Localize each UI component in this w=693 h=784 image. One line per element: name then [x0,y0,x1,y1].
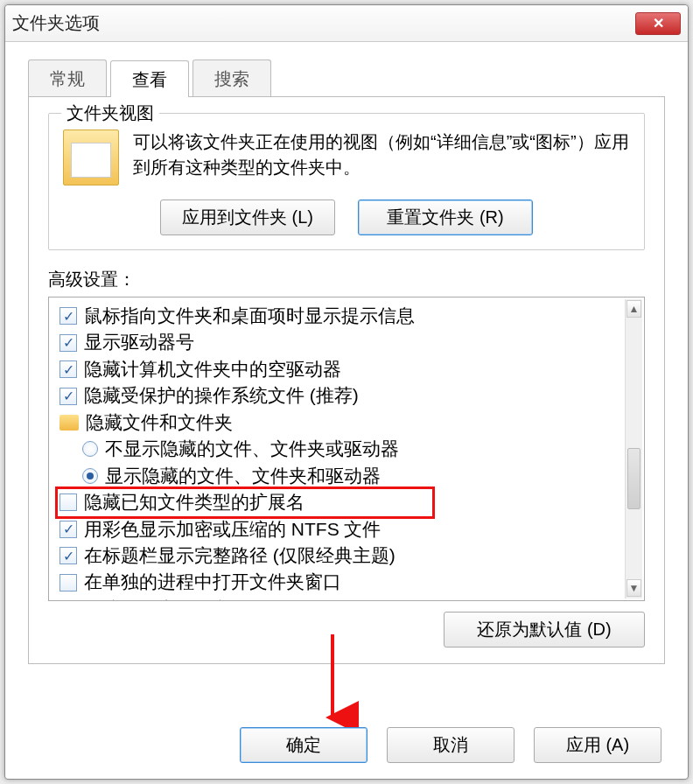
folder-view-legend: 文件夹视图 [61,102,159,125]
list-item[interactable]: 隐藏文件和文件夹 [60,410,640,436]
scroll-thumb[interactable] [627,448,640,509]
tab-strip: 常规 查看 搜索 [28,60,665,97]
list-item[interactable]: 显示隐藏的文件、文件夹和驱动器 [60,463,640,489]
list-item-label: 在缩略图上显示文件图标 [84,596,286,601]
apply-button[interactable]: 应用 (A) [534,727,662,763]
checkbox[interactable]: ✓ [60,547,77,564]
checkbox[interactable]: ✓ [60,521,77,538]
list-item[interactable]: ✓用彩色显示加密或压缩的 NTFS 文件 [60,516,640,542]
tab-panel-view: 文件夹视图 可以将该文件夹正在使用的视图（例如“详细信息”或“图标”）应用到所有… [28,97,665,664]
list-item-label: 用彩色显示加密或压缩的 NTFS 文件 [84,516,382,542]
checkbox[interactable]: ✓ [60,307,77,325]
list-item-label: 在标题栏显示完整路径 (仅限经典主题) [84,542,396,569]
folder-options-dialog: 文件夹选项 ✕ 常规 查看 搜索 文件夹视图 可以将该文件夹正在使用的视图（例如… [4,4,689,780]
list-item-label: 显示驱动器号 [84,329,194,355]
restore-defaults-button[interactable]: 还原为默认值 (D) [444,612,645,648]
list-item-label: 隐藏文件和文件夹 [86,410,233,436]
ok-button[interactable]: 确定 [240,727,368,763]
advanced-settings-list[interactable]: ✓鼠标指向文件夹和桌面项时显示提示信息✓显示驱动器号✓隐藏计算机文件夹中的空驱动… [48,297,645,601]
tab-view[interactable]: 查看 [110,60,189,97]
list-item-label: 隐藏计算机文件夹中的空驱动器 [84,356,341,382]
scroll-up-arrow[interactable]: ▲ [626,300,641,318]
list-item-label: 显示隐藏的文件、文件夹和驱动器 [105,463,381,489]
list-item[interactable]: ✓在缩略图上显示文件图标 [60,596,640,601]
list-item[interactable]: ✓在单独的进程中打开文件夹窗口 [60,569,640,595]
list-item[interactable]: ✓显示驱动器号 [60,329,640,355]
close-button[interactable]: ✕ [635,12,681,35]
list-item[interactable]: ✓鼠标指向文件夹和桌面项时显示提示信息 [60,303,640,329]
reset-folders-button[interactable]: 重置文件夹 (R) [358,200,533,235]
list-item[interactable]: ✓在标题栏显示完整路径 (仅限经典主题) [60,542,640,569]
list-item[interactable]: ✓隐藏受保护的操作系统文件 (推荐) [60,382,640,409]
checkbox[interactable]: ✓ [60,600,77,601]
list-item[interactable]: ✓隐藏计算机文件夹中的空驱动器 [60,356,640,382]
checkbox[interactable]: ✓ [60,360,77,378]
advanced-settings-label: 高级设置： [48,268,645,291]
checkbox[interactable]: ✓ [60,494,77,511]
folder-view-icon [63,130,119,186]
checkbox[interactable]: ✓ [60,574,77,592]
list-item[interactable]: ✓隐藏已知文件类型的扩展名 [60,489,640,515]
list-item-label: 隐藏已知文件类型的扩展名 [84,489,304,515]
list-item[interactable]: 不显示隐藏的文件、文件夹或驱动器 [60,436,640,462]
list-item-label: 在单独的进程中打开文件夹窗口 [84,569,341,595]
list-item-label: 不显示隐藏的文件、文件夹或驱动器 [105,436,399,462]
folder-icon [60,415,79,430]
titlebar: 文件夹选项 ✕ [5,5,688,42]
apply-to-folders-button[interactable]: 应用到文件夹 (L) [160,200,335,235]
list-item-label: 鼠标指向文件夹和桌面项时显示提示信息 [84,303,415,329]
folder-view-description: 可以将该文件夹正在使用的视图（例如“详细信息”或“图标”）应用到所有这种类型的文… [133,130,630,186]
radio[interactable] [82,468,98,484]
scroll-down-arrow[interactable]: ▼ [626,579,641,597]
scrollbar[interactable]: ▲ ▼ [625,299,642,598]
tab-search[interactable]: 搜索 [192,60,271,96]
cancel-button[interactable]: 取消 [387,727,514,763]
close-icon: ✕ [653,15,664,32]
dialog-button-row: 确定 取消 应用 (A) [5,715,688,779]
tab-general[interactable]: 常规 [28,60,107,96]
checkbox[interactable]: ✓ [60,334,77,352]
folder-view-group: 文件夹视图 可以将该文件夹正在使用的视图（例如“详细信息”或“图标”）应用到所有… [48,113,645,250]
window-title: 文件夹选项 [12,11,100,35]
radio[interactable] [82,441,98,457]
checkbox[interactable]: ✓ [60,388,77,405]
list-item-label: 隐藏受保护的操作系统文件 (推荐) [84,382,359,409]
